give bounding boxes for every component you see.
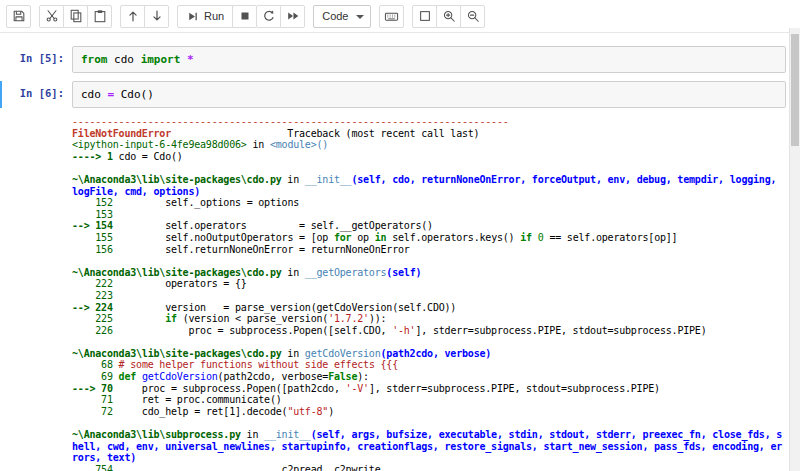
run-label: Run [204,10,224,22]
copy-cells-button[interactable] [63,5,88,28]
notebook-area: In [5]: from cdo import * In [6]: cdo = … [0,33,800,471]
box-icon [418,9,432,23]
code-input-6[interactable]: cdo = Cdo() [72,81,786,108]
move-cell-down-button[interactable] [144,5,169,28]
input-prompt-5: In [5]: [0,46,72,73]
notebook-toolbar: Run Code [0,0,800,33]
zoom-out-icon [466,9,480,23]
command-palette-icon [384,9,399,24]
zoom-out-button[interactable] [460,5,485,28]
paste-cells-button[interactable] [87,5,112,28]
paste-icon [93,9,107,23]
zoom-in-icon [442,9,456,23]
command-palette-button[interactable] [379,5,404,28]
restart-run-all-button[interactable] [280,5,305,28]
cut-cells-button[interactable] [39,5,64,28]
interrupt-kernel-button[interactable] [232,5,257,28]
scrollbar-thumb[interactable] [791,34,799,146]
restart-run-all-icon [286,9,300,23]
save-button[interactable] [6,5,31,28]
box-button[interactable] [412,5,437,28]
cell-type-value: Code [322,10,348,22]
move-down-icon [150,9,164,23]
code-line: from cdo import * [81,52,777,67]
code-input-5[interactable]: from cdo import * [72,46,786,73]
input-prompt-6: In [6]: [0,81,72,108]
selected-cell-indicator [0,81,2,108]
save-icon [12,9,26,23]
zoom-in-button[interactable] [436,5,461,28]
vertical-scrollbar[interactable] [789,28,800,471]
chevron-down-icon [356,15,364,19]
restart-kernel-icon [262,9,276,23]
code-cell-in6: In [6]: cdo = Cdo() [0,81,786,108]
interrupt-kernel-icon [238,9,252,23]
run-icon [186,10,199,23]
run-button[interactable]: Run [177,5,233,28]
error-output: ----------------------------------------… [72,116,786,471]
code-line: cdo = Cdo() [81,87,777,102]
move-cell-up-button[interactable] [120,5,145,28]
restart-kernel-button[interactable] [256,5,281,28]
move-up-icon [126,9,140,23]
code-cell-in5: In [5]: from cdo import * [0,46,786,73]
cut-icon [45,9,59,23]
cell-type-select[interactable]: Code [313,5,371,28]
copy-icon [69,9,83,23]
